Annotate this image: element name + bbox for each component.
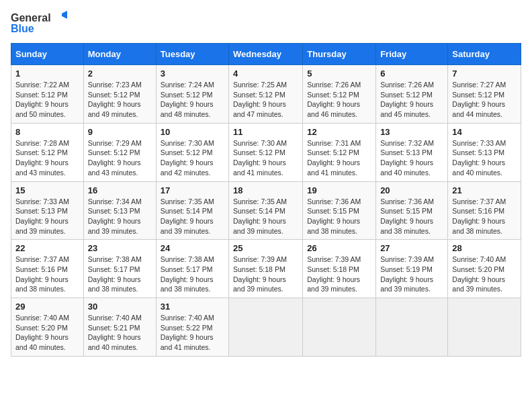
calendar-cell: 12Sunrise: 7:31 AM Sunset: 5:12 PM Dayli… bbox=[303, 123, 376, 181]
day-info: Sunrise: 7:32 AM Sunset: 5:13 PM Dayligh… bbox=[380, 138, 443, 178]
day-number: 7 bbox=[452, 68, 517, 79]
calendar-cell: 1Sunrise: 7:22 AM Sunset: 5:12 PM Daylig… bbox=[11, 65, 84, 124]
calendar-cell: 23Sunrise: 7:38 AM Sunset: 5:17 PM Dayli… bbox=[83, 240, 156, 298]
day-info: Sunrise: 7:40 AM Sunset: 5:22 PM Dayligh… bbox=[161, 313, 224, 353]
weekday-header-saturday: Saturday bbox=[448, 44, 521, 65]
day-number: 30 bbox=[88, 302, 152, 312]
calendar-cell: 6Sunrise: 7:26 AM Sunset: 5:12 PM Daylig… bbox=[376, 65, 448, 124]
day-number: 16 bbox=[88, 185, 152, 195]
calendar-cell: 19Sunrise: 7:36 AM Sunset: 5:15 PM Dayli… bbox=[303, 181, 376, 240]
day-info: Sunrise: 7:25 AM Sunset: 5:12 PM Dayligh… bbox=[233, 80, 298, 120]
day-number: 4 bbox=[233, 68, 298, 79]
weekday-header-sunday: Sunday bbox=[11, 44, 84, 65]
day-info: Sunrise: 7:38 AM Sunset: 5:17 PM Dayligh… bbox=[161, 255, 224, 294]
day-info: Sunrise: 7:26 AM Sunset: 5:12 PM Dayligh… bbox=[380, 80, 443, 120]
calendar-cell: 11Sunrise: 7:30 AM Sunset: 5:12 PM Dayli… bbox=[229, 123, 303, 181]
calendar-cell bbox=[448, 298, 521, 357]
calendar-cell bbox=[303, 298, 376, 357]
weekday-header-wednesday: Wednesday bbox=[229, 44, 303, 65]
day-number: 26 bbox=[307, 243, 371, 253]
calendar-cell: 15Sunrise: 7:33 AM Sunset: 5:13 PM Dayli… bbox=[11, 181, 84, 240]
day-info: Sunrise: 7:33 AM Sunset: 5:13 PM Dayligh… bbox=[15, 197, 79, 236]
day-number: 18 bbox=[233, 185, 298, 195]
calendar-cell: 17Sunrise: 7:35 AM Sunset: 5:14 PM Dayli… bbox=[156, 181, 228, 240]
day-info: Sunrise: 7:39 AM Sunset: 5:18 PM Dayligh… bbox=[307, 255, 371, 294]
calendar-week-2: 8Sunrise: 7:28 AM Sunset: 5:12 PM Daylig… bbox=[11, 123, 521, 181]
calendar-cell: 7Sunrise: 7:27 AM Sunset: 5:12 PM Daylig… bbox=[448, 65, 521, 124]
weekday-header-monday: Monday bbox=[83, 44, 156, 65]
day-number: 2 bbox=[88, 68, 152, 79]
day-number: 1 bbox=[15, 68, 79, 79]
day-info: Sunrise: 7:37 AM Sunset: 5:16 PM Dayligh… bbox=[452, 197, 517, 236]
day-number: 9 bbox=[88, 127, 152, 137]
day-info: Sunrise: 7:34 AM Sunset: 5:13 PM Dayligh… bbox=[88, 197, 152, 236]
calendar-header: SundayMondayTuesdayWednesdayThursdayFrid… bbox=[11, 44, 521, 65]
logo-text: General Blue bbox=[11, 11, 67, 35]
day-number: 10 bbox=[161, 127, 224, 137]
calendar-cell: 2Sunrise: 7:23 AM Sunset: 5:12 PM Daylig… bbox=[83, 65, 156, 124]
calendar-cell: 26Sunrise: 7:39 AM Sunset: 5:18 PM Dayli… bbox=[303, 240, 376, 298]
day-info: Sunrise: 7:35 AM Sunset: 5:14 PM Dayligh… bbox=[161, 197, 224, 236]
day-number: 23 bbox=[88, 243, 152, 253]
day-info: Sunrise: 7:30 AM Sunset: 5:12 PM Dayligh… bbox=[161, 138, 224, 178]
calendar-cell: 4Sunrise: 7:25 AM Sunset: 5:12 PM Daylig… bbox=[229, 65, 303, 124]
logo-bird-icon bbox=[52, 11, 67, 26]
day-info: Sunrise: 7:29 AM Sunset: 5:12 PM Dayligh… bbox=[88, 138, 152, 178]
calendar-cell: 31Sunrise: 7:40 AM Sunset: 5:22 PM Dayli… bbox=[156, 298, 228, 357]
logo: General Blue bbox=[11, 11, 67, 35]
day-number: 28 bbox=[452, 243, 517, 253]
day-number: 3 bbox=[161, 68, 224, 79]
day-number: 29 bbox=[15, 302, 79, 312]
calendar-week-1: 1Sunrise: 7:22 AM Sunset: 5:12 PM Daylig… bbox=[11, 65, 521, 124]
calendar-body: 1Sunrise: 7:22 AM Sunset: 5:12 PM Daylig… bbox=[11, 65, 521, 357]
calendar-cell: 3Sunrise: 7:24 AM Sunset: 5:12 PM Daylig… bbox=[156, 65, 228, 124]
day-info: Sunrise: 7:28 AM Sunset: 5:12 PM Dayligh… bbox=[15, 138, 79, 178]
day-info: Sunrise: 7:35 AM Sunset: 5:14 PM Dayligh… bbox=[233, 197, 298, 236]
day-info: Sunrise: 7:40 AM Sunset: 5:20 PM Dayligh… bbox=[15, 313, 79, 353]
day-number: 15 bbox=[15, 185, 79, 195]
day-number: 11 bbox=[233, 127, 298, 137]
svg-marker-0 bbox=[62, 11, 67, 19]
weekday-header-thursday: Thursday bbox=[303, 44, 376, 65]
day-info: Sunrise: 7:36 AM Sunset: 5:15 PM Dayligh… bbox=[307, 197, 371, 236]
day-info: Sunrise: 7:33 AM Sunset: 5:13 PM Dayligh… bbox=[452, 138, 517, 178]
day-info: Sunrise: 7:22 AM Sunset: 5:12 PM Dayligh… bbox=[15, 80, 79, 120]
day-number: 17 bbox=[161, 185, 224, 195]
calendar-cell: 27Sunrise: 7:39 AM Sunset: 5:19 PM Dayli… bbox=[376, 240, 448, 298]
day-info: Sunrise: 7:39 AM Sunset: 5:19 PM Dayligh… bbox=[380, 255, 443, 294]
day-info: Sunrise: 7:40 AM Sunset: 5:21 PM Dayligh… bbox=[88, 313, 152, 353]
calendar-cell: 5Sunrise: 7:26 AM Sunset: 5:12 PM Daylig… bbox=[303, 65, 376, 124]
day-info: Sunrise: 7:27 AM Sunset: 5:12 PM Dayligh… bbox=[452, 80, 517, 120]
day-info: Sunrise: 7:40 AM Sunset: 5:20 PM Dayligh… bbox=[452, 255, 517, 294]
calendar-cell: 25Sunrise: 7:39 AM Sunset: 5:18 PM Dayli… bbox=[229, 240, 303, 298]
calendar-week-3: 15Sunrise: 7:33 AM Sunset: 5:13 PM Dayli… bbox=[11, 181, 521, 240]
day-info: Sunrise: 7:30 AM Sunset: 5:12 PM Dayligh… bbox=[233, 138, 298, 178]
day-number: 13 bbox=[380, 127, 443, 137]
day-info: Sunrise: 7:31 AM Sunset: 5:12 PM Dayligh… bbox=[307, 138, 371, 178]
day-number: 5 bbox=[307, 68, 371, 79]
calendar-cell bbox=[229, 298, 303, 357]
calendar-cell: 18Sunrise: 7:35 AM Sunset: 5:14 PM Dayli… bbox=[229, 181, 303, 240]
day-info: Sunrise: 7:36 AM Sunset: 5:15 PM Dayligh… bbox=[380, 197, 443, 236]
weekday-header-tuesday: Tuesday bbox=[156, 44, 228, 65]
day-number: 14 bbox=[452, 127, 517, 137]
day-info: Sunrise: 7:37 AM Sunset: 5:16 PM Dayligh… bbox=[15, 255, 79, 294]
calendar-cell: 30Sunrise: 7:40 AM Sunset: 5:21 PM Dayli… bbox=[83, 298, 156, 357]
calendar-cell: 10Sunrise: 7:30 AM Sunset: 5:12 PM Dayli… bbox=[156, 123, 228, 181]
day-number: 22 bbox=[15, 243, 79, 253]
calendar-cell: 28Sunrise: 7:40 AM Sunset: 5:20 PM Dayli… bbox=[448, 240, 521, 298]
calendar-cell: 29Sunrise: 7:40 AM Sunset: 5:20 PM Dayli… bbox=[11, 298, 84, 357]
calendar-cell: 16Sunrise: 7:34 AM Sunset: 5:13 PM Dayli… bbox=[83, 181, 156, 240]
calendar-cell: 22Sunrise: 7:37 AM Sunset: 5:16 PM Dayli… bbox=[11, 240, 84, 298]
day-number: 6 bbox=[380, 68, 443, 79]
day-number: 21 bbox=[452, 185, 517, 195]
calendar-cell: 13Sunrise: 7:32 AM Sunset: 5:13 PM Dayli… bbox=[376, 123, 448, 181]
day-number: 24 bbox=[161, 243, 224, 253]
calendar-cell: 20Sunrise: 7:36 AM Sunset: 5:15 PM Dayli… bbox=[376, 181, 448, 240]
day-number: 20 bbox=[380, 185, 443, 195]
day-number: 31 bbox=[161, 302, 224, 312]
day-info: Sunrise: 7:39 AM Sunset: 5:18 PM Dayligh… bbox=[233, 255, 298, 294]
day-info: Sunrise: 7:24 AM Sunset: 5:12 PM Dayligh… bbox=[161, 80, 224, 120]
calendar-table: SundayMondayTuesdayWednesdayThursdayFrid… bbox=[11, 43, 521, 357]
day-number: 25 bbox=[233, 243, 298, 253]
